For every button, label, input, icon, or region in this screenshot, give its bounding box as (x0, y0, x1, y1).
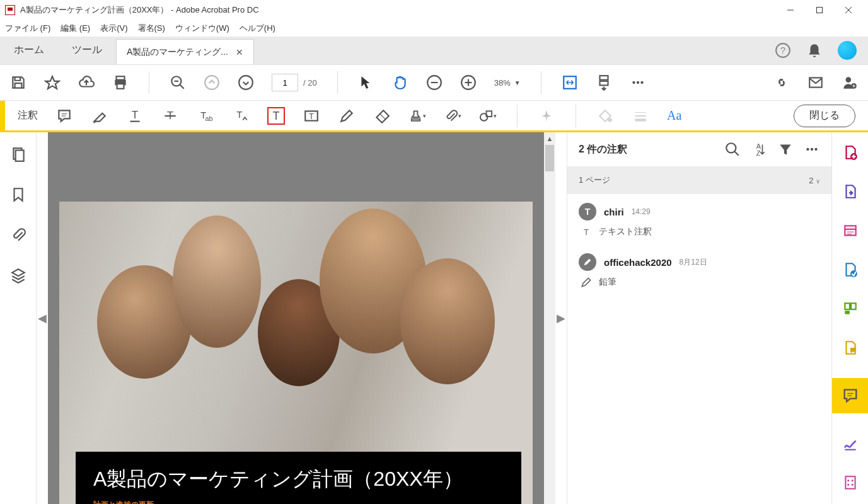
comment-user: chiri (604, 207, 624, 217)
svg-rect-1 (817, 8, 823, 13)
search-comments-icon[interactable] (724, 141, 741, 158)
pin-tool-icon[interactable] (538, 107, 555, 125)
svg-point-24 (640, 81, 643, 84)
notifications-icon[interactable] (806, 42, 823, 59)
tab-tools[interactable]: ツール (58, 36, 116, 64)
comment-tool-active[interactable] (832, 378, 869, 413)
strikethrough-tool-icon[interactable]: T (161, 107, 179, 125)
fill-color-icon[interactable] (596, 107, 614, 125)
attach-tool-icon[interactable]: ▾ (444, 107, 461, 125)
close-window-button[interactable] (834, 0, 863, 20)
create-pdf-icon[interactable] (842, 144, 859, 161)
bookmarks-icon[interactable] (10, 186, 26, 203)
svg-rect-73 (845, 476, 855, 489)
zoom-dropdown[interactable]: 38%▼ (494, 78, 521, 88)
more-tools-icon[interactable] (630, 74, 646, 91)
layers-icon[interactable] (10, 267, 26, 284)
insert-text-tool-icon[interactable]: T (232, 107, 250, 125)
export-pdf-icon[interactable] (842, 183, 859, 200)
save-icon[interactable] (10, 74, 26, 91)
edit-pdf-icon[interactable] (842, 222, 859, 239)
svg-rect-21 (599, 81, 608, 86)
stamp-tool-icon[interactable]: ▾ (408, 107, 426, 125)
svg-rect-69 (845, 311, 850, 314)
star-icon[interactable] (44, 74, 61, 91)
zoom-in-icon[interactable] (460, 74, 477, 91)
menu-window[interactable]: ウィンドウ(W) (175, 23, 229, 34)
text-properties-button[interactable]: Aa (667, 108, 681, 123)
hand-tool-icon[interactable] (392, 74, 408, 91)
next-page-icon[interactable] (238, 74, 254, 91)
prev-page-arrow[interactable]: ◀ (37, 132, 48, 504)
menu-file[interactable]: ファイル (F) (5, 23, 50, 34)
menu-help[interactable]: ヘルプ(H) (240, 23, 275, 34)
prev-page-icon[interactable] (204, 74, 220, 91)
menu-sign[interactable]: 署名(S) (138, 23, 165, 34)
pencil-annotation-badge-icon (579, 253, 596, 271)
highlight-tool-icon[interactable] (91, 107, 108, 125)
cloud-upload-icon[interactable] (78, 74, 95, 91)
svg-rect-67 (845, 303, 850, 309)
line-width-icon[interactable] (632, 107, 649, 125)
svg-line-52 (734, 151, 739, 156)
comments-page-group[interactable]: 1 ページ 2 ∨ (567, 166, 831, 194)
request-signatures-icon[interactable] (842, 261, 859, 278)
tab-home[interactable]: ホーム (0, 36, 58, 64)
page-input[interactable] (272, 74, 298, 91)
svg-rect-8 (117, 84, 124, 89)
svg-text:T: T (132, 108, 139, 121)
organize-pages-icon[interactable] (842, 300, 859, 318)
tab-document[interactable]: A製品のマーケティング... ✕ (116, 39, 254, 64)
add-reviewer-icon[interactable] (842, 74, 858, 91)
text-box-tool-icon[interactable]: T (303, 107, 320, 125)
replace-text-tool-icon[interactable]: Tab (197, 107, 214, 125)
doc-subtitle: 計画と進捗の更新 (93, 500, 504, 504)
titlebar: A製品のマーケティング計画（20XX年） - Adobe Acrobat Pro… (0, 0, 868, 20)
send-for-comments-icon[interactable] (842, 339, 859, 357)
underline-tool-icon[interactable]: T (126, 107, 144, 125)
sticky-note-tool-icon[interactable] (55, 107, 73, 125)
menu-view[interactable]: 表示(V) (100, 23, 127, 34)
svg-text:T: T (236, 109, 242, 120)
zoom-out-icon[interactable] (426, 74, 443, 91)
add-text-tool-icon[interactable]: T (267, 107, 285, 125)
email-icon[interactable] (807, 74, 824, 91)
pencil-tool-icon[interactable] (338, 107, 356, 125)
scroll-mode-icon[interactable] (596, 74, 612, 91)
maximize-button[interactable] (805, 0, 834, 20)
find-icon[interactable] (170, 74, 186, 91)
comments-count: 2 件の注釈 (579, 143, 714, 156)
title-overlay: A製品のマーケティング計画（20XX年） 計画と進捗の更新 (76, 452, 521, 504)
left-nav-panel (0, 132, 37, 504)
vertical-scrollbar[interactable]: ▲ (544, 132, 555, 504)
eraser-tool-icon[interactable] (373, 107, 391, 125)
menubar: ファイル (F) 編集 (E) 表示(V) 署名(S) ウィンドウ(W) ヘルプ… (0, 20, 868, 37)
svg-rect-50 (15, 151, 23, 161)
close-annotation-button[interactable]: 閉じる (794, 105, 855, 127)
svg-point-12 (205, 76, 219, 89)
more-tools-rail-icon[interactable] (842, 474, 859, 491)
menu-edit[interactable]: 編集 (E) (61, 23, 90, 34)
comment-item[interactable]: officehack2020 8月12日 鉛筆 (567, 244, 831, 295)
comment-item[interactable]: T chiri 14:29 T テキスト注釈 (567, 194, 831, 244)
minimize-button[interactable] (776, 0, 805, 20)
close-tab-icon[interactable]: ✕ (236, 47, 243, 57)
svg-text:?: ? (780, 45, 785, 55)
drawing-tools-icon[interactable]: ▾ (479, 107, 497, 125)
print-icon[interactable] (112, 74, 129, 91)
svg-point-77 (851, 484, 853, 486)
selection-tool-icon[interactable] (358, 74, 374, 91)
help-icon[interactable]: ? (775, 42, 791, 59)
comment-time: 14:29 (632, 207, 651, 216)
next-page-arrow[interactable]: ▶ (555, 132, 567, 504)
attachments-icon[interactable] (10, 227, 26, 243)
fill-sign-icon[interactable] (842, 435, 859, 452)
thumbnails-icon[interactable] (10, 146, 26, 163)
fit-width-icon[interactable] (562, 74, 578, 91)
sort-comments-icon[interactable]: AZ (751, 141, 767, 158)
document-view[interactable]: A製品のマーケティング計画（20XX年） 計画と進捗の更新 ▲ (48, 132, 555, 504)
user-avatar[interactable] (838, 41, 857, 60)
filter-comments-icon[interactable] (777, 141, 794, 158)
comments-options-icon[interactable] (804, 141, 820, 158)
share-link-icon[interactable] (773, 74, 790, 91)
